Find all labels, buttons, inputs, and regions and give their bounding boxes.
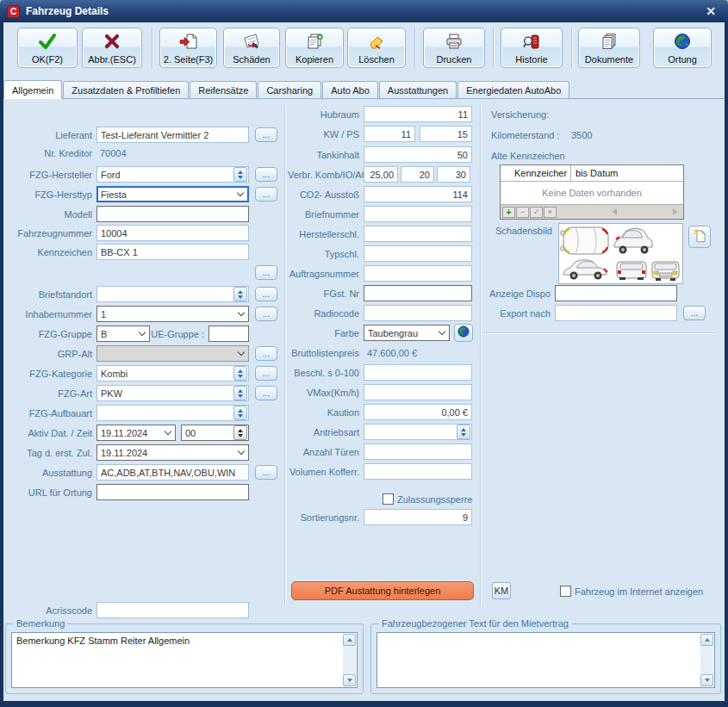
url-ortung-input[interactable] [96,484,249,500]
dropdown-chevron-icon[interactable] [135,326,149,341]
tab-carsharing[interactable]: Carsharing [258,81,321,98]
verbrauch-io-input[interactable] [401,166,434,183]
table-cancel-button[interactable]: × [544,207,557,218]
scroll-up-button[interactable] [343,634,356,646]
kaution-input[interactable] [364,404,472,420]
table-next-icon[interactable] [673,208,677,215]
scroll-track[interactable] [700,646,713,674]
table-post-button[interactable]: ✓ [530,207,543,218]
loeschen-button[interactable]: Löschen [347,28,406,68]
spin-up-icon[interactable] [238,429,243,432]
anzahl-tueren-input[interactable] [364,443,472,460]
pdf-ausstattung-button[interactable]: PDF Austattung hinterlegen [291,581,474,600]
dokumente-button[interactable]: Dokumente [578,28,640,68]
schaeden-button[interactable]: Schäden [223,28,280,68]
dropdown-chevron-icon[interactable] [435,326,449,340]
inhabernummer-browse-button[interactable]: ... [255,307,277,321]
scroll-down-button[interactable] [343,674,356,686]
dropdown-chevron-icon[interactable] [234,445,248,460]
dropdown-chevron-icon[interactable] [234,307,248,321]
fzg-kategorie-spin-buttons[interactable] [233,366,247,381]
ausstattung-input[interactable] [96,464,249,481]
spin-down-icon[interactable] [238,434,243,437]
inhabernummer-combo[interactable]: 1 [96,306,249,322]
sortierungsnr-input[interactable] [364,509,472,525]
titlebar[interactable]: C Fahrzeug Details ✕ [0,0,728,22]
tab-reifensaetze[interactable]: Reifensätze [190,81,257,98]
drucken-button[interactable]: Drucken [423,28,485,68]
internet-anzeigen-checkbox[interactable] [560,586,571,597]
scroll-track[interactable] [343,646,356,674]
table-add-button[interactable]: + [502,207,515,218]
typschl-input[interactable] [364,245,472,262]
hubraum-input[interactable] [364,106,472,122]
fzg-hersteller-spin-buttons[interactable] [233,167,247,182]
kennzeichen-browse-button[interactable]: ... [255,265,277,280]
herstellerschl-input[interactable] [364,226,472,242]
scroll-up-button[interactable] [700,634,713,646]
mietvertrag-scrollbar[interactable] [700,634,713,686]
fzg-art-spin-buttons[interactable] [233,386,247,400]
table-remove-button[interactable]: − [516,207,529,218]
farbe-combo[interactable]: Taubengrau [364,325,450,341]
tab-ausstattungen[interactable]: Ausstattungen [379,81,457,98]
auftragsnummer-input[interactable] [364,265,472,282]
kennzeichen-input[interactable] [96,244,249,260]
abbrechen-button[interactable]: Abbr.(ESC) [82,28,142,68]
briefnummer-input[interactable] [364,206,472,222]
bemerkung-scrollbar[interactable] [343,634,356,686]
column-kennzeichen[interactable]: Kennzeicher [501,165,571,181]
ok-button[interactable]: OK(F2) [17,28,78,68]
briefstandort-spinedit[interactable] [96,286,249,302]
fzg-art-spinedit[interactable]: PKW [96,385,249,401]
aktiv-zeit-spinedit[interactable]: 00 [181,425,249,441]
antriebsart-spin-buttons[interactable] [457,425,470,439]
spin-up-icon[interactable] [238,171,243,174]
spin-down-icon[interactable] [238,295,243,299]
column-bis-datum[interactable]: bis Datum [571,168,683,178]
spin-down-icon[interactable] [238,414,243,418]
beschleunigung-input[interactable] [364,364,472,381]
ue-gruppe-input[interactable] [208,326,249,342]
modell-input[interactable] [96,206,249,222]
scroll-down-button[interactable] [700,674,713,686]
spin-down-icon[interactable] [238,394,243,398]
spin-down-icon[interactable] [238,375,243,378]
ps-input[interactable] [420,126,472,142]
ortung-button[interactable]: Ortung [653,28,712,68]
dropdown-chevron-icon[interactable] [233,188,247,201]
erstzulassung-combo[interactable]: 19.11.2024 [96,444,249,461]
fzg-art-browse-button[interactable]: ... [255,386,277,400]
verbrauch-ao-input[interactable] [437,166,470,183]
fzg-aufbauart-spinedit[interactable] [96,405,249,421]
zulassungssperre-checkbox[interactable] [383,493,394,505]
lieferant-input[interactable] [96,127,249,143]
co2-input[interactable] [364,186,472,202]
spin-up-icon[interactable] [238,290,243,294]
spin-down-icon[interactable] [238,176,243,179]
aktiv-datum-combo[interactable]: 19.11.2024 [96,425,176,441]
aktiv-zeit-spin-buttons[interactable] [233,425,247,440]
fzg-hersteller-browse-button[interactable]: ... [255,167,277,182]
briefstandort-spin-buttons[interactable] [233,287,247,301]
farbe-web-button[interactable] [454,324,473,342]
tab-zusatzdaten[interactable]: Zusatzdaten & Profiltiefen [63,81,189,98]
volumen-kofferraum-input[interactable] [364,463,472,480]
briefstandort-browse-button[interactable]: ... [255,287,277,301]
spin-up-icon[interactable] [238,369,243,373]
grp-alt-combo[interactable] [96,345,249,362]
table-prev-icon[interactable] [613,208,617,215]
ausstattung-browse-button[interactable]: ... [255,465,277,480]
vmax-input[interactable] [364,384,472,400]
verbrauch-komb-input[interactable] [364,166,398,183]
acrisscode-input[interactable] [96,602,249,618]
export-nach-input[interactable] [555,305,677,321]
new-damage-button[interactable] [688,226,711,248]
tab-auto-abo[interactable]: Auto Abo [322,81,378,98]
fahrzeugnummer-input[interactable] [96,225,249,241]
spin-down-icon[interactable] [461,433,466,437]
export-nach-browse-button[interactable]: ... [683,306,706,320]
fzg-kategorie-spinedit[interactable]: Kombi [96,365,249,381]
close-button[interactable]: ✕ [700,4,721,18]
fzg-gruppe-combo[interactable]: B [96,326,150,342]
